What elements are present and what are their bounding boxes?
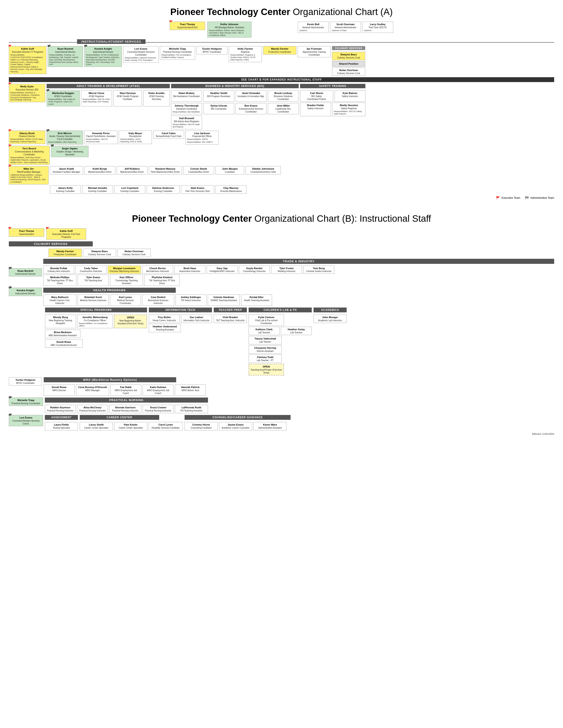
box-alisa-mccleary: Alisa McCleary Practical Nursing Instruc… — [77, 405, 108, 413]
box-dwayne-bass-a: Dwayne Bass Culinary Services Cook — [332, 52, 365, 60]
box-sylvia-urioste: Sylvia Urioste BIS Coordinator — [203, 103, 234, 114]
academics-label-b: ACADEMICS — [314, 308, 347, 312]
box-hannah-patrick: Hannah Patrick WRO Admin. Asst — [175, 385, 206, 396]
box-staci-denoya: Staci Denoya AT&D Health Program Facilit… — [113, 90, 142, 106]
box-dondi-rowe-wro: Dondi Rowe WRO Director — [44, 385, 75, 396]
box-ben-evans: Ben Evans Entrepreneurial Services Coord… — [235, 103, 266, 114]
box-connie-steele: Connie Steele Custodian/Bus Driver — [183, 166, 214, 174]
box-brenda-pollak: Brenda Pollak Culinary Arts Instructor — [43, 266, 74, 274]
special-label-b: SPECIAL PROGRAMS — [45, 308, 147, 312]
box-keith-burge: Keith Burge Maintenance/Bus Driver — [84, 166, 115, 174]
box-mandy-farmer-a: Mandy Farmer Production Coordinator — [263, 46, 296, 54]
box-traci-b: Traci Thorpe Superintendent — [9, 228, 44, 237]
career-label-b: CAREER CENTER — [80, 415, 159, 420]
box-morgan-lesemann: Morgan Lesemann Precision Machining Inst… — [108, 266, 141, 274]
box-ashley-eddinger: Ashley Eddinger PN Select Instructor — [175, 295, 206, 306]
box-ryan-burkett-a: Ryan Burkett Instructional Director Resp… — [48, 46, 83, 67]
box-kendra-knight-a: Kendra Knight Instructional Director Res… — [84, 46, 122, 67]
box-robbin-seymour: Robbin Seymour Practical Nursing Instruc… — [45, 405, 76, 413]
box-molly-kyler: Molly Kyler Executive Director, BIS Resp… — [9, 84, 45, 102]
box-carol-cales: Carol Cales Bursar/Activity Fund Clerk — [153, 131, 184, 139]
teacher-prep-label: TEACHER PREP — [214, 308, 247, 312]
box-debbie-johnstone: Debbie Johnstone Custodian/Inventory Cle… — [245, 166, 281, 174]
trade-label-b: TRADE & INDUSTRY — [43, 259, 554, 264]
box-troy-buller: Troy Buller Visual Comm. Instructor — [149, 315, 180, 323]
box-celeste-hardman: Celeste Hardman SHARE Teaching Assistant — [208, 295, 240, 306]
safety-label: SAFETY TRAINING — [300, 84, 366, 88]
box-erin-mercer: Erin Mercer Assist. Finance Director/Act… — [47, 131, 83, 145]
chart-a-title: Pioneer Technology Center Organizational… — [9, 7, 554, 17]
box-ian-freeman: Ian Freeman Apprenticeship Training Coor… — [298, 46, 331, 57]
box-tianna-tattershall: Tianna Tattershall Lab Teacher — [248, 336, 282, 344]
box-traci-thorpe: Traci Thorpe Superintendent/CEO — [170, 22, 205, 30]
box-johnny-thornburgh: Johnny Thornburgh Industrial Coordinator… — [171, 103, 202, 114]
box-jayme-evans: Jayme Evans Academic Career Counselor — [219, 422, 252, 430]
box-holly-farmer: Holly Farmer Registrar Responsibilities:… — [229, 46, 262, 62]
box-cena-bussey: Cena Bussey-O'Driscoll WRO Manager — [76, 385, 109, 396]
see-chart-b: SEE CHART B FOR EXPANDED INSTRUCTIONAL S… — [9, 77, 554, 82]
box-jeff-robbins: Jeff Robbins Maintenance/Bus Driver — [117, 166, 147, 174]
box-jennifer-wehrenberg: Jennifer Wehrenberg Co-Compliance Office… — [77, 315, 113, 328]
box-shonda-garrison: Shonda Garrison Practical Nursing Instru… — [109, 405, 141, 413]
box-john-maupin: John Maupin Custodian — [215, 166, 244, 174]
culinary-label-a: CULINARY SERVICES — [332, 46, 365, 50]
box-larry-godley: Larry Godley Part-Time ODCTE Systems — [362, 22, 393, 33]
box-tucker-b: Tucker Hodgson BPOC Coordinator — [9, 377, 42, 386]
box-tyler-evans-b: Tyler Evans T&I Teaching Asst — [78, 275, 109, 286]
box-open-special: OPEN New Beginning Admin. Assistant (Par… — [114, 315, 147, 328]
atd-label: ADULT TRAINING & DEVELOPMENT (AT&D) — [47, 84, 170, 88]
pn-label-b: PRACTICAL NURSING — [45, 398, 208, 403]
wro-label: WRO (Workforce Reentry Options) — [44, 377, 176, 382]
box-laura-fields: Laura Fields Testing Specialist — [45, 422, 78, 430]
box-markesha-duggan: Markesha Duggan AT&D Coordinator Respons… — [47, 90, 80, 106]
box-lori-copeland: Lori Copeland Evening Custodian — [114, 185, 145, 194]
box-brett-haas: Brett Haas Automotive Instructor — [174, 266, 205, 274]
box-brook-lindsay: Brook Lindsay Business Solutions Coordin… — [268, 90, 299, 102]
chart-a: Pioneer Technology Center Organizational… — [9, 7, 554, 200]
box-kayla-randol: Kayla Randol Cosmetology Instructor — [239, 266, 270, 274]
box-shelly-houston: Shelly Houston Safety Registrar Responsi… — [332, 103, 366, 116]
box-carol-lynes: Carol Lynes Disability Services Facilita… — [148, 422, 183, 430]
box-shared-position: Shared Position — [332, 61, 365, 67]
box-kari-officer: Kari Officer Cosmetology Teaching Assist… — [110, 275, 143, 286]
box-stacey-rush: Stacey Rush Finance Director Responsibil… — [9, 131, 45, 144]
childrens-label-b: CHILDREN'S LAB & PS — [248, 308, 312, 312]
box-heather-underwood: Heather Underwood Teaching Assistant — [149, 324, 181, 332]
box-random-massey: Random Massey Fleet Maintenance/Bus Driv… — [149, 166, 182, 174]
box-mary-bathurst: Mary Bathurst Health Careers Cert. Instr… — [43, 295, 76, 306]
box-kindal-eller: Kindal Eller Health Teaching Assistant — [241, 295, 272, 306]
legend-admin: Administrative Team — [530, 196, 554, 199]
box-tucker-hodgson-a: Tucker Hodgson BPOC Coordinator — [196, 46, 227, 54]
box-michael-assidio: Michael Assidio Evening Custodian — [82, 185, 113, 194]
box-gail-boswell: Gail Boswell BIS Admin Asst./Registrar R… — [171, 116, 202, 129]
box-kevin-bell: Kevin Bell Network Administrator Systems — [298, 22, 329, 33]
box-cheyanne-herring: Cheyanne Herring Kitchen Assistant — [248, 345, 282, 354]
box-darlene-anderson: Darlene Anderson Evening Custodian — [147, 185, 180, 194]
box-dwayne-bass-b: Dwayne Bass Culinary Services Cook — [83, 249, 116, 257]
box-pam-keeler: Pam Keeler Career Center Specialist — [114, 422, 147, 430]
box-kendra-knight-b: Kendra Knight Instructional Director — [9, 288, 42, 296]
legend-exec: Executive Team — [502, 196, 520, 199]
box-michelle-tripp-b: Michelle Tripp Practical Nursing Coordin… — [9, 398, 43, 406]
box-chelsea-todd: Chelsea Todd Lab Teacher - PT — [248, 355, 282, 363]
assessment-label-b: ASSESSMENT — [45, 415, 78, 420]
instructional-label: INSTRUCTIONAL/STUDENT SERVICES — [77, 39, 145, 44]
box-cortney-horne: Cortney Horne Counseling Facilitator — [184, 422, 218, 430]
box-open-children: OPEN Teaching Asst/Floater (Part-time Te… — [248, 364, 284, 375]
box-brisa-medrano: Brisa Medrano ABE Administrative Assista… — [45, 330, 80, 338]
bis-label: BUSINESS & INDUSTRY SERVICES (BIS) — [171, 84, 299, 88]
legend: 🚩 Executive Team 🏁 Administrative Team — [9, 196, 554, 200]
box-karen-ware: Karen Ware Administrative Assistant — [253, 422, 287, 430]
box-kahle-goff: Kahle Goff Executive Director FT Program… — [9, 46, 46, 74]
box-rebekah-koch: Rebekah Koch Medical Services Instructor — [78, 295, 109, 306]
box-tessa-cramer: Tessa Cramer Practical Nursing Instructo… — [143, 405, 173, 413]
box-melinda-phillips: Melinda Phillips T&I Teaching Asst. PT B… — [43, 275, 76, 286]
box-tom-burg: Tom Burg Criminal Justice Instructor — [304, 266, 334, 274]
box-cara-bodick: Cara Bodick Biomedical Sciences Instruct… — [142, 295, 174, 306]
box-fae-rabb: Fae Rabb WRO Employment Job Coach — [110, 385, 141, 396]
info-label-b: INFORMATION TECH — [149, 308, 212, 312]
box-john-munger: John Munger Academic Lab Instructor — [314, 315, 347, 323]
box-ryan-burkett-b: Ryan Burkett Instructional Director — [9, 268, 42, 277]
box-phylisha-kimbrel: Phylisha Kimbrel T&I Teaching Asst. PT B… — [144, 275, 180, 286]
box-heather-smith: Heather Smith BIS Program Developer — [203, 90, 234, 102]
